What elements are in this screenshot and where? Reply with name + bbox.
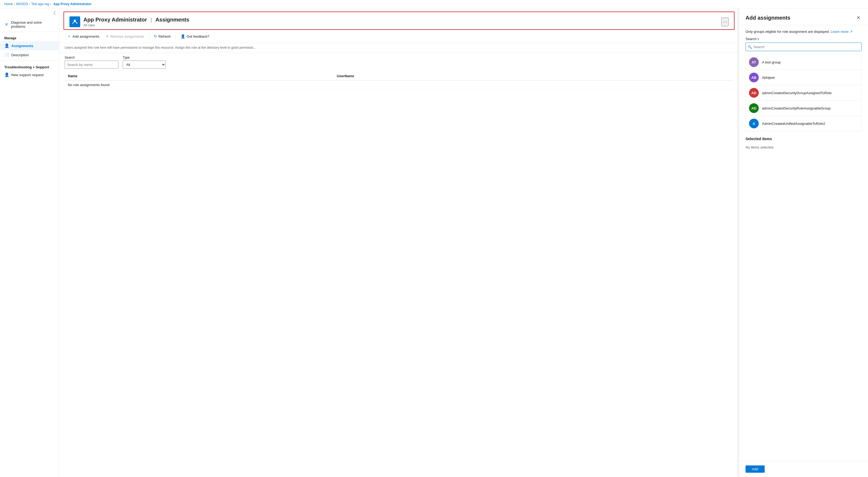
sidebar-item-assignments[interactable]: 👤 Assignments (0, 41, 59, 50)
empty-message: No role assignments found (65, 81, 734, 89)
breadcrumb-msods[interactable]: MSODS (16, 2, 28, 6)
avatar-ad2: AD (749, 103, 759, 113)
feedback-button[interactable]: 👤 Got feedback? (178, 33, 212, 40)
item-name-0: A test group (762, 60, 780, 64)
page-subtitle: All roles (84, 23, 189, 27)
panel-title: Add assignments (746, 15, 790, 21)
sidebar-item-support[interactable]: 👤 New support request (0, 70, 59, 80)
page-icon (69, 17, 80, 27)
more-options-button[interactable]: ··· (721, 18, 728, 26)
selected-section: Selected items No items selected (746, 137, 862, 152)
search-icon: 🔍 (748, 45, 752, 49)
toolbar: ＋ Add assignments ✕ Remove assignments ↻… (59, 30, 739, 43)
breadcrumb-test-app-reg[interactable]: Test app reg (31, 2, 49, 6)
avatar-ad1: AD (749, 88, 759, 98)
item-name-4: AdminCreatedUnifiedAssignableToRole2 (762, 122, 825, 126)
add-button[interactable]: Add (746, 466, 765, 473)
feedback-icon: 👤 (181, 34, 185, 38)
right-panel: Add assignments ✕ Only groups eligible f… (739, 8, 868, 477)
info-icon: ℹ (758, 37, 759, 41)
main-content: App Proxy Administrator | Assignments Al… (59, 8, 739, 477)
add-assignments-button[interactable]: ＋ Add assignments (65, 33, 102, 40)
avatar-ab: AB (749, 73, 759, 82)
no-items-label: No items selected (746, 143, 862, 152)
description-text: Users assigned this role here will have … (59, 43, 739, 53)
list-item[interactable]: AD adminCreatedSecurityGroupAssignedToRo… (746, 85, 861, 101)
remove-icon: ✕ (106, 34, 109, 38)
toolbar-divider2 (176, 33, 176, 39)
panel-close-button[interactable]: ✕ (855, 14, 862, 22)
col-name: Name (65, 72, 334, 81)
col-username: UserName (334, 72, 734, 81)
type-select[interactable]: All User Group Service Principal (123, 61, 166, 69)
toolbar-divider (149, 33, 149, 39)
page-title: App Proxy Administrator | Assignments (84, 17, 189, 23)
item-name-1: Abhijeet (762, 75, 775, 80)
troubleshooting-header: Troubleshooting + Support (0, 62, 59, 70)
wrench-icon: ✕ (4, 22, 9, 27)
list-item[interactable]: AD adminCreatedSecurityRoleAssignableGro… (746, 101, 861, 116)
description-label: Description (11, 53, 29, 57)
panel-info: Only groups eligible for role assignment… (746, 30, 862, 34)
search-section: Search ℹ 🔍 (746, 37, 862, 51)
filter-row: Search Type All User Group Service Princ… (59, 53, 739, 72)
empty-row: No role assignments found (65, 81, 734, 89)
breadcrumb-current: App Proxy Administrator (53, 2, 92, 6)
diagnose-label: Diagnose and solve problems (11, 21, 55, 29)
sidebar: 《 ✕ Diagnose and solve problems Manage 👤… (0, 8, 59, 477)
list-item[interactable]: AT A test group (746, 55, 861, 70)
support-icon: 👤 (4, 72, 9, 77)
panel-body: Only groups eligible for role assignment… (739, 25, 868, 461)
panel-header: Add assignments ✕ (739, 8, 868, 25)
divider (0, 32, 59, 32)
assignment-list-container: AT A test group AB Abhijeet AD (746, 54, 862, 131)
avatar-a1: A (749, 119, 759, 128)
refresh-icon: ↻ (154, 34, 157, 38)
list-item[interactable]: A AdminCreatedUnifiedAssignableToRole2 (746, 116, 861, 131)
remove-assignments-button[interactable]: ✕ Remove assignments (103, 33, 147, 40)
learn-more-link[interactable]: Learn more ↗ (831, 30, 852, 34)
type-filter-group: Type All User Group Service Principal (123, 56, 166, 69)
assignments-icon: 👤 (4, 43, 9, 48)
sidebar-item-diagnose[interactable]: ✕ Diagnose and solve problems (0, 18, 59, 31)
list-item[interactable]: AB Abhijeet (746, 70, 861, 85)
item-name-2: adminCreatedSecurityGroupAssignedToRole (762, 91, 832, 95)
avatar-at: AT (749, 57, 759, 67)
selected-title: Selected items (746, 137, 862, 141)
assignments-table: Name UserName No role assignments found (65, 72, 734, 89)
sidebar-item-description[interactable]: 📄 Description (0, 50, 59, 60)
breadcrumb: Home › MSODS › Test app reg › App Proxy … (0, 0, 868, 8)
panel-footer: Add (739, 461, 868, 477)
manage-header: Manage (0, 33, 59, 41)
description-icon: 📄 (4, 53, 9, 57)
search-label: Search ℹ (746, 37, 862, 41)
svg-point-0 (74, 20, 76, 22)
search-input[interactable] (65, 61, 118, 69)
search-filter-label: Search (65, 56, 118, 60)
search-wrapper: 🔍 (746, 42, 862, 51)
page-header: App Proxy Administrator | Assignments Al… (64, 11, 735, 30)
breadcrumb-home[interactable]: Home (4, 2, 13, 6)
collapse-button[interactable]: 《 (52, 10, 56, 16)
refresh-button[interactable]: ↻ Refresh (151, 33, 174, 40)
add-icon: ＋ (67, 34, 71, 39)
panel-search-input[interactable] (746, 42, 862, 51)
assignment-list: AT A test group AB Abhijeet AD (746, 54, 862, 131)
assignments-label: Assignments (11, 44, 33, 48)
support-label: New support request (11, 73, 43, 77)
table-container: Name UserName No role assignments found (59, 72, 739, 477)
type-filter-label: Type (123, 56, 166, 60)
item-name-3: adminCreatedSecurityRoleAssignableGroup (762, 106, 831, 110)
page-header-text: App Proxy Administrator | Assignments Al… (84, 17, 189, 27)
search-filter-group: Search (65, 56, 118, 69)
